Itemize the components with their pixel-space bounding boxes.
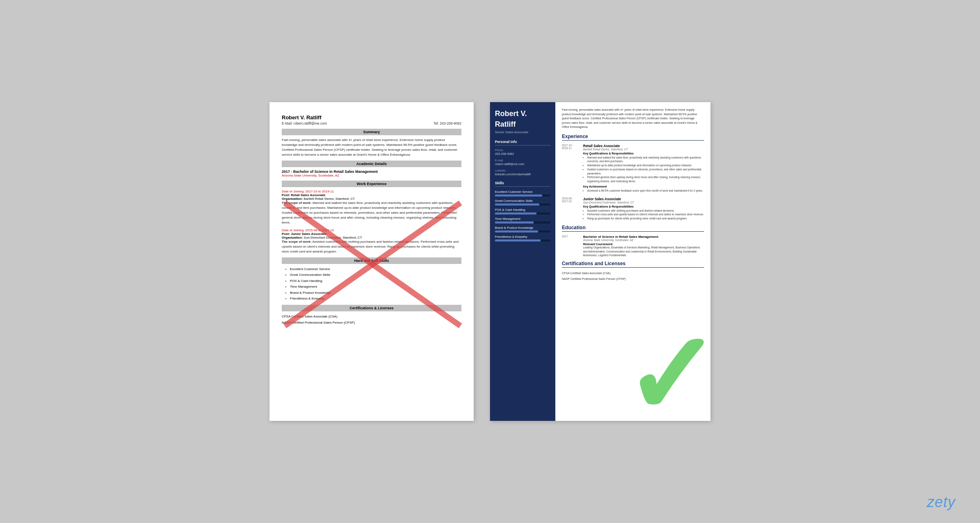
exp-bullets-1: Manned and walked the sales floor, proac…: [587, 156, 704, 183]
linkedin-label: LinkedIn: [495, 169, 550, 172]
phone-value: 203-208-9082: [495, 152, 550, 156]
skills-bar: Hard and Soft Skills: [282, 257, 461, 264]
cert-right-2: NASP Certified Professional Sales Person…: [562, 277, 704, 281]
skill-3: POS & Cash Handling: [290, 278, 461, 284]
work-post-2: Post: Junior Sales Associate: [282, 232, 461, 236]
exp-achievement-bullets: Achieved a 98.5% customer feedback score…: [587, 189, 704, 193]
work-scope-2: The scope of work: Assisted customers wi…: [282, 239, 461, 254]
bullet-2-3: Rang up purchases for clients while prom…: [587, 217, 704, 221]
main-content: Fast-moving, personable sales associate …: [555, 102, 710, 421]
left-email: E-Mail: robert.ratliff@me.com: [282, 121, 327, 125]
skill-bar-3: POS & Cash Handling: [495, 208, 550, 215]
skill-4: Time Management: [290, 284, 461, 290]
exp-details-1: Retail Sales Associate Bartlett Retail S…: [583, 144, 704, 193]
skills-list: Excellent Customer Service Great Communi…: [290, 266, 461, 302]
certs-title-right: Certifications and Licenses: [562, 261, 704, 268]
edu-school: Arizona State University, Scottsdale, AZ: [282, 174, 461, 177]
edu-year: 2017: [282, 170, 290, 174]
sidebar-title: Senior Sales Associate: [495, 130, 550, 134]
certs-bar: Certifications & Licenses: [282, 305, 461, 311]
cert-1: CPSA Certified Sales Associate (CSA): [282, 314, 461, 320]
left-name: Robert V. Ratliff: [282, 114, 461, 121]
bullet-1-1: Manned and walked the sales floor, proac…: [587, 156, 704, 164]
skill-2: Great Communication Skills: [290, 272, 461, 278]
skill-5: Brand & Product Knowledge: [290, 290, 461, 296]
bullet-2-2: Performed cross-sells and upsells based …: [587, 212, 704, 217]
phone-label: Phone: [495, 149, 550, 152]
skill-bar-5: Brand & Product Knowledge: [495, 226, 550, 232]
work-dates-2: Date of Joining: 2015-08 to 2017-10: [282, 228, 461, 232]
work-post-1: Post: Retail Sales Associate: [282, 193, 461, 197]
bullet-1-2: Maintained up-to-date product knowledge …: [587, 163, 704, 168]
exp-entry-1: 2017-10 - 2019-11 Retail Sales Associate…: [562, 144, 704, 193]
edu-entry-1: 2017 Bachelor of Science in Retail Sales…: [562, 235, 704, 257]
cert-right-1: CPSA Certified Sales Associate (CSA): [562, 271, 704, 275]
achievement-text: Achieved a 98.5% customer feedback score…: [587, 189, 704, 193]
education-title: Education: [562, 225, 704, 232]
exp-bullets-2: Assisted customers with clothing purchas…: [587, 209, 704, 221]
sidebar-name-line2: Ratliff: [495, 120, 550, 129]
email-value: robert.ratliff@me.com: [495, 162, 550, 166]
cert-2: NASP Certified Professional Sales Person…: [282, 320, 461, 326]
skill-1: Excellent Customer Service: [290, 266, 461, 272]
work-org-2: Organization: Sun-Drenched Outerwear, St…: [282, 236, 461, 239]
exp-entry-2: 2015-08 - 2017-10 Junior Sales Associate…: [562, 197, 704, 221]
experience-title: Experience: [562, 134, 704, 141]
bullet-1-3: Guided customers on purchases based on i…: [587, 168, 704, 176]
skills-title: Skills: [495, 181, 550, 187]
personal-info-title: Personal Info: [495, 140, 550, 145]
work-scope-1: The scope of work: Manned and walked the…: [282, 201, 461, 225]
work-bar: Work Experience: [282, 181, 461, 187]
work-org-1: Organization: Bartlett Retail Stores, St…: [282, 197, 461, 201]
right-summary: Fast-moving, personable sales associate …: [562, 108, 704, 130]
edu-degree: 2017 - Bachelor of Science in Retail Sal…: [282, 170, 461, 174]
linkedin-value: linkedin.com/in/robertratliff: [495, 172, 550, 176]
left-resume: Robert V. Ratliff E-Mail: robert.ratliff…: [270, 102, 474, 421]
skill-bar-6: Friendliness & Empathy: [495, 235, 550, 241]
edu-details-1: Bachelor of Science in Retail Sales Mana…: [583, 235, 704, 257]
left-tel: Tel: 203-208-9082: [433, 121, 461, 125]
email-label: E-mail: [495, 159, 550, 162]
bullet-1-4: Performed general store upkeep during st…: [587, 175, 704, 183]
sidebar: Robert V. Ratliff Senior Sales Associate…: [490, 102, 555, 421]
skill-6: Friendliness & Empathy: [290, 296, 461, 302]
summary-bar: Summary: [282, 129, 461, 135]
skill-bar-4: Time Management: [495, 217, 550, 224]
summary-text: Fast-moving, personable sales associate …: [282, 138, 461, 157]
exp-dates-2: 2015-08 - 2017-10: [562, 197, 579, 221]
bullet-2-1: Assisted customers with clothing purchas…: [587, 209, 704, 213]
exp-dates-1: 2017-10 - 2019-11: [562, 144, 579, 193]
skill-bar-1: Excellent Customer Service: [495, 190, 550, 197]
skill-bar-2: Great Communication Skills: [495, 199, 550, 206]
work-entry-1: Date of Joining: 2017-10 to 2019-11 Post…: [282, 190, 461, 225]
right-resume: ✓ Robert V. Ratliff Senior Sales Associa…: [490, 102, 710, 421]
left-contact: E-Mail: robert.ratliff@me.com Tel: 203-2…: [282, 121, 461, 125]
exp-details-2: Junior Sales Associate Sun-Drenched Oute…: [583, 197, 704, 221]
work-entry-2: Date of Joining: 2015-08 to 2017-10 Post…: [282, 228, 461, 254]
zety-watermark: zety: [927, 494, 956, 511]
academic-bar: Academic Details: [282, 161, 461, 167]
degree-name: Bachelor of Science in Retail Sales Mana…: [293, 170, 378, 174]
sidebar-name-line1: Robert V.: [495, 110, 550, 118]
work-dates-1: Date of Joining: 2017-10 to 2019-11: [282, 190, 461, 193]
